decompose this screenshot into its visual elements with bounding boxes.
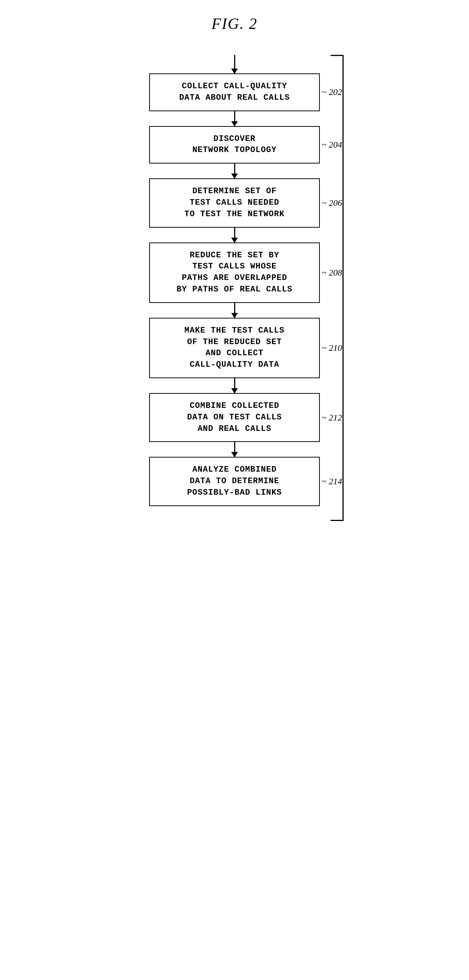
label-212: ~ 212: [322, 413, 342, 423]
initial-arrow-container: [105, 55, 364, 73]
label-212-value: 212: [329, 413, 342, 422]
box-208-text: REDUCE THE SET BY TEST CALLS WHOSE PATHS…: [177, 251, 292, 294]
flow-item-212: COMBINE COLLECTED DATA ON TEST CALLS AND…: [105, 393, 364, 442]
page: FIG. 2 COLLECT CALL-QUALITY DATA ABOUT R…: [105, 15, 364, 965]
label-204: ~ 204: [322, 140, 342, 150]
arrow-6: [105, 442, 364, 457]
box-212: COMBINE COLLECTED DATA ON TEST CALLS AND…: [149, 393, 320, 442]
flowchart-container: COLLECT CALL-QUALITY DATA ABOUT REAL CAL…: [105, 55, 364, 521]
arrow-down-3: [234, 228, 235, 242]
flow-item-214: ANALYZE COMBINED DATA TO DETERMINE POSSI…: [105, 457, 364, 506]
flow-item-204: DISCOVER NETWORK TOPOLOGY ~ 204: [105, 126, 364, 164]
label-206-tilde: ~: [322, 198, 329, 208]
label-204-value: 204: [329, 140, 342, 150]
arrow-down-4: [234, 303, 235, 318]
label-208-tilde: ~: [322, 268, 329, 277]
box-210: MAKE THE TEST CALLS OF THE REDUCED SET A…: [149, 318, 320, 378]
box-202-text: COLLECT CALL-QUALITY DATA ABOUT REAL CAL…: [179, 81, 290, 102]
label-202-value: 202: [329, 87, 342, 97]
flow-item-206: DETERMINE SET OF TEST CALLS NEEDED TO TE…: [105, 178, 364, 227]
arrow-down-6: [234, 442, 235, 457]
label-214: ~ 214: [322, 476, 342, 487]
arrow-3: [105, 228, 364, 242]
arrow-5: [105, 378, 364, 393]
label-202-tilde: ~: [322, 87, 329, 97]
arrow-down-5: [234, 378, 235, 393]
flow-item-202: COLLECT CALL-QUALITY DATA ABOUT REAL CAL…: [105, 73, 364, 111]
bracket-bottom-connector: [330, 520, 344, 521]
label-208: ~ 208: [322, 268, 342, 278]
box-206-text: DETERMINE SET OF TEST CALLS NEEDED TO TE…: [184, 186, 285, 219]
flow-item-210: MAKE THE TEST CALLS OF THE REDUCED SET A…: [105, 318, 364, 378]
box-206: DETERMINE SET OF TEST CALLS NEEDED TO TE…: [149, 178, 320, 227]
label-214-tilde: ~: [322, 476, 329, 486]
label-214-value: 214: [329, 476, 342, 486]
label-208-value: 208: [329, 268, 342, 277]
label-204-tilde: ~: [322, 140, 329, 150]
arrow-1: [105, 111, 364, 126]
arrow-4: [105, 303, 364, 318]
initial-arrow: [234, 55, 235, 73]
bracket-top-connector: [330, 55, 344, 56]
box-210-text: MAKE THE TEST CALLS OF THE REDUCED SET A…: [184, 326, 285, 369]
arrow-down-2: [234, 164, 235, 178]
figure-title: FIG. 2: [212, 15, 257, 33]
label-212-tilde: ~: [322, 413, 329, 422]
box-204: DISCOVER NETWORK TOPOLOGY: [149, 126, 320, 164]
label-210-tilde: ~: [322, 343, 329, 353]
box-202: COLLECT CALL-QUALITY DATA ABOUT REAL CAL…: [149, 73, 320, 111]
box-208: REDUCE THE SET BY TEST CALLS WHOSE PATHS…: [149, 242, 320, 303]
label-210-value: 210: [329, 343, 342, 353]
box-214: ANALYZE COMBINED DATA TO DETERMINE POSSI…: [149, 457, 320, 506]
box-204-text: DISCOVER NETWORK TOPOLOGY: [192, 134, 276, 155]
label-210: ~ 210: [322, 343, 342, 353]
box-212-text: COMBINE COLLECTED DATA ON TEST CALLS AND…: [187, 401, 282, 433]
label-206: ~ 206: [322, 198, 342, 208]
box-214-text: ANALYZE COMBINED DATA TO DETERMINE POSSI…: [187, 465, 282, 497]
label-202: ~ 202: [322, 87, 342, 97]
arrow-2: [105, 164, 364, 178]
arrow-down-1: [234, 111, 235, 126]
flow-item-208: REDUCE THE SET BY TEST CALLS WHOSE PATHS…: [105, 242, 364, 303]
label-206-value: 206: [329, 198, 342, 208]
